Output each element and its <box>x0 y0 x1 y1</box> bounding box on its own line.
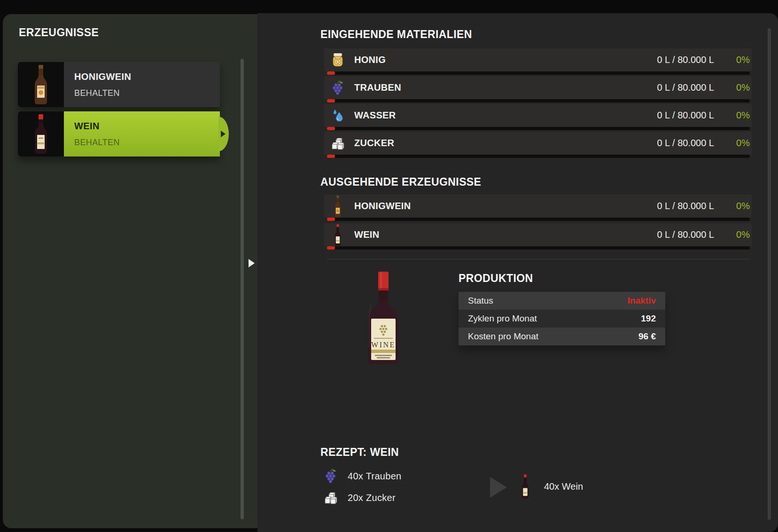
material-amount: 0 L / 80.000 L <box>657 55 714 65</box>
material-label: WASSER <box>354 110 396 121</box>
product-row-wein[interactable]: WEIN 0 L / 80.000 L 0% <box>324 223 752 252</box>
products-scrollbar[interactable] <box>241 59 244 519</box>
incoming-materials-list: HONIG 0 L / 80.000 L 0% <box>324 48 752 159</box>
grapes-icon <box>331 80 344 96</box>
recipe-output-label: 40x Wein <box>544 481 583 492</box>
material-percent: 0% <box>714 138 750 149</box>
product-amount: 0 L / 80.000 L <box>657 229 714 240</box>
honigwein-bottle-image <box>33 65 49 104</box>
costs-row: Kosten pro Monat 96 € <box>459 328 665 345</box>
sugar-icon <box>324 490 337 506</box>
outgoing-products-list: HONIGWEIN 0 L / 80.000 L 0% <box>324 195 752 252</box>
wein-bottle-image <box>33 114 49 154</box>
material-percent: 0% <box>714 82 750 93</box>
material-row-trauben[interactable]: TRAUBEN 0 L / 80.000 L 0% <box>324 76 752 104</box>
costs-label: Kosten pro Monat <box>468 331 538 342</box>
recipe-arrow-icon <box>490 477 507 498</box>
product-mode: BEHALTEN <box>74 88 220 98</box>
fill-level-bar <box>327 246 750 250</box>
expand-arrow-icon <box>249 259 255 267</box>
recipe-inputs: 40x Trauben <box>324 465 402 509</box>
fill-level-bar <box>327 71 750 75</box>
status-value: Inaktiv <box>628 296 656 306</box>
fill-level-bar <box>327 127 750 130</box>
product-row-honigwein[interactable]: HONIGWEIN 0 L / 80.000 L 0% <box>324 195 752 223</box>
details-panel: EINGEHENDE MATERIALIEN HONIG <box>257 13 778 532</box>
product-mode: BEHALTEN <box>74 138 220 148</box>
material-amount: 0 L / 80.000 L <box>657 82 714 93</box>
selected-item-notch <box>218 117 229 151</box>
recipe-title: REZEPT: WEIN <box>320 446 399 459</box>
fill-level-bar <box>327 99 750 102</box>
honey-icon <box>331 52 344 68</box>
section-divider <box>327 259 750 259</box>
svg-text:WINE: WINE <box>371 341 396 349</box>
recipe-input-zucker: 20x Zucker <box>324 487 402 509</box>
product-label: HONIGWEIN <box>354 201 411 211</box>
wein-bottle-icon <box>331 227 344 243</box>
incoming-materials-title: EINGEHENDE MATERIALIEN <box>320 28 472 41</box>
material-label: TRAUBEN <box>354 82 401 93</box>
product-name: HONIGWEIN <box>74 71 220 82</box>
recipe-input-label: 40x Trauben <box>348 471 402 482</box>
wein-bottle-icon <box>521 474 529 501</box>
material-row-honig[interactable]: HONIG 0 L / 80.000 L 0% <box>324 48 752 76</box>
cycles-value: 192 <box>641 313 656 324</box>
production-title: PRODUKTION <box>459 272 533 285</box>
selected-arrow-icon <box>221 131 226 137</box>
fill-level-bar <box>327 155 750 158</box>
recipe-input-label: 20x Zucker <box>348 493 396 503</box>
status-label: Status <box>468 296 493 306</box>
product-percent: 0% <box>714 229 750 240</box>
status-row: Status Inaktiv <box>459 292 665 310</box>
wine-bottle-image: WINE <box>362 272 405 364</box>
product-item-wein[interactable]: WEIN BEHALTEN <box>18 111 220 156</box>
material-row-zucker[interactable]: ZUCKER 0 L / 80.000 L 0% <box>324 132 752 159</box>
production-dialog: ERZEUGNISSE HONIGWEIN BEHALTEN <box>0 0 778 532</box>
cycles-row: Zyklen pro Monat 192 <box>459 310 665 328</box>
outgoing-products-title: AUSGEHENDE ERZEUGNISSE <box>320 175 481 188</box>
material-label: ZUCKER <box>354 138 394 149</box>
production-stats-table: Status Inaktiv Zyklen pro Monat 192 Kost… <box>459 292 665 345</box>
honigwein-bottle-icon <box>331 198 344 214</box>
product-item-honigwein[interactable]: HONIGWEIN BEHALTEN <box>18 62 220 107</box>
material-amount: 0 L / 80.000 L <box>657 138 714 149</box>
product-percent: 0% <box>714 201 750 211</box>
product-name: WEIN <box>74 121 220 132</box>
product-amount: 0 L / 80.000 L <box>657 201 714 211</box>
details-scrollbar[interactable] <box>768 28 771 520</box>
material-percent: 0% <box>714 110 750 121</box>
water-icon <box>331 108 344 124</box>
grapes-icon <box>324 468 337 484</box>
material-label: HONIG <box>354 55 386 65</box>
costs-value: 96 € <box>638 331 656 342</box>
material-amount: 0 L / 80.000 L <box>657 110 714 121</box>
material-percent: 0% <box>714 55 750 65</box>
products-panel-title: ERZEUGNISSE <box>19 26 99 39</box>
cycles-label: Zyklen pro Monat <box>468 313 537 324</box>
recipe-input-trauben: 40x Trauben <box>324 465 402 487</box>
honigwein-thumbnail <box>18 62 64 107</box>
material-row-wasser[interactable]: WASSER 0 L / 80.000 L 0% <box>324 104 752 132</box>
product-label: WEIN <box>354 229 379 240</box>
wein-thumbnail <box>18 111 64 156</box>
fill-level-bar <box>327 218 750 221</box>
products-panel: ERZEUGNISSE HONIGWEIN BEHALTEN <box>3 14 257 528</box>
sugar-icon <box>331 135 344 151</box>
